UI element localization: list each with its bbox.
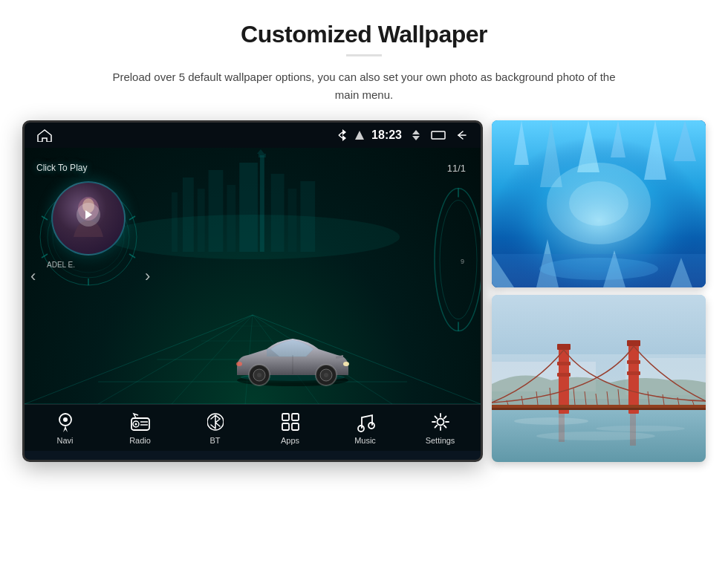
- svg-rect-102: [557, 344, 571, 350]
- bt-label: BT: [209, 436, 220, 445]
- svg-rect-96: [559, 347, 569, 414]
- device-screen: 18:23: [22, 120, 483, 462]
- svg-rect-100: [627, 360, 640, 364]
- navi-icon: [54, 411, 77, 433]
- title-divider: [346, 54, 382, 56]
- svg-line-1: [339, 135, 342, 138]
- svg-point-28: [105, 215, 400, 259]
- svg-point-61: [134, 423, 137, 426]
- svg-point-93: [514, 417, 588, 425]
- window-icon: [430, 128, 446, 142]
- svg-rect-23: [259, 154, 266, 157]
- svg-rect-67: [282, 423, 289, 430]
- nav-item-settings[interactable]: Settings: [403, 411, 478, 445]
- svg-marker-24: [257, 149, 264, 154]
- nav-item-radio[interactable]: Radio: [103, 411, 178, 445]
- bottom-nav: Navi Radio: [25, 404, 481, 451]
- radio-label: Radio: [129, 436, 151, 445]
- car-image: [226, 327, 360, 389]
- svg-rect-68: [292, 423, 299, 430]
- svg-point-69: [358, 426, 364, 432]
- svg-point-50: [257, 373, 261, 377]
- svg-rect-66: [292, 414, 299, 420]
- bluetooth-status-icon: [337, 128, 348, 142]
- music-player: Click To Play: [36, 163, 140, 292]
- svg-rect-97: [628, 343, 639, 414]
- svg-point-95: [536, 432, 655, 440]
- svg-text:9: 9: [461, 257, 464, 264]
- svg-rect-105: [492, 408, 706, 410]
- car-background: Click To Play: [25, 148, 481, 404]
- date-display: 11/1: [447, 163, 466, 174]
- artist-name: ADEL E.: [47, 261, 75, 269]
- svg-point-41: [435, 188, 481, 331]
- wallpaper-panel: [492, 120, 706, 462]
- navi-label: Navi: [56, 436, 73, 445]
- main-content: Click To Play: [25, 148, 481, 404]
- svg-rect-65: [282, 414, 289, 420]
- svg-point-71: [437, 419, 443, 426]
- prev-arrow[interactable]: ‹: [30, 267, 36, 286]
- nav-item-navi[interactable]: Navi: [27, 411, 103, 445]
- status-bar: 18:23: [25, 123, 481, 148]
- apps-label: Apps: [281, 436, 299, 445]
- svg-rect-98: [557, 362, 571, 365]
- svg-rect-119: [559, 412, 565, 442]
- play-button[interactable]: [77, 203, 100, 227]
- svg-point-55: [236, 362, 242, 366]
- back-icon: [452, 128, 469, 142]
- nav-item-apps[interactable]: Apps: [253, 411, 328, 445]
- svg-point-54: [343, 362, 349, 366]
- svg-rect-99: [557, 373, 571, 377]
- content-area: 18:23: [22, 120, 706, 462]
- music-icon: [354, 411, 377, 433]
- status-time: 18:23: [371, 128, 402, 142]
- ice-cave-image: [492, 120, 706, 287]
- click-to-play-text: Click To Play: [36, 163, 140, 173]
- nav-item-music[interactable]: Music: [328, 411, 403, 445]
- svg-rect-101: [627, 371, 640, 375]
- radio-icon: [129, 411, 152, 433]
- wallpaper-golden-gate[interactable]: [492, 295, 706, 462]
- apps-icon: [279, 411, 302, 433]
- svg-marker-40: [85, 210, 92, 219]
- arrows-icon: [408, 128, 424, 142]
- svg-point-70: [368, 423, 374, 429]
- right-dial: 9: [432, 185, 481, 336]
- signal-icon: [354, 129, 365, 141]
- svg-point-42: [440, 200, 477, 319]
- svg-point-58: [63, 417, 68, 422]
- settings-label: Settings: [426, 436, 455, 445]
- wallpaper-ice-cave[interactable]: [492, 120, 706, 287]
- car-svg: [226, 327, 360, 386]
- home-icon: [36, 128, 53, 142]
- svg-rect-103: [627, 340, 640, 346]
- svg-rect-59: [131, 418, 149, 430]
- svg-point-87: [539, 258, 658, 280]
- svg-point-85: [569, 181, 628, 226]
- bridge-image: [492, 295, 706, 462]
- settings-icon: [429, 411, 452, 433]
- music-label: Music: [354, 436, 376, 445]
- status-left: [36, 128, 53, 142]
- svg-rect-3: [432, 131, 445, 139]
- bt-icon: [204, 411, 227, 433]
- svg-marker-2: [355, 131, 364, 140]
- svg-rect-120: [630, 412, 636, 446]
- right-dial-svg: 9: [432, 185, 481, 333]
- status-icons: 18:23: [337, 128, 469, 142]
- next-arrow[interactable]: ›: [145, 267, 150, 286]
- nav-item-bt[interactable]: BT: [178, 411, 253, 445]
- svg-line-0: [339, 132, 342, 135]
- svg-point-53: [324, 373, 328, 377]
- play-icon: [84, 209, 93, 220]
- page-title: Customized Wallpaper: [241, 21, 487, 48]
- page-subtitle: Preload over 5 default wallpaper options…: [111, 68, 617, 104]
- svg-point-94: [596, 426, 685, 432]
